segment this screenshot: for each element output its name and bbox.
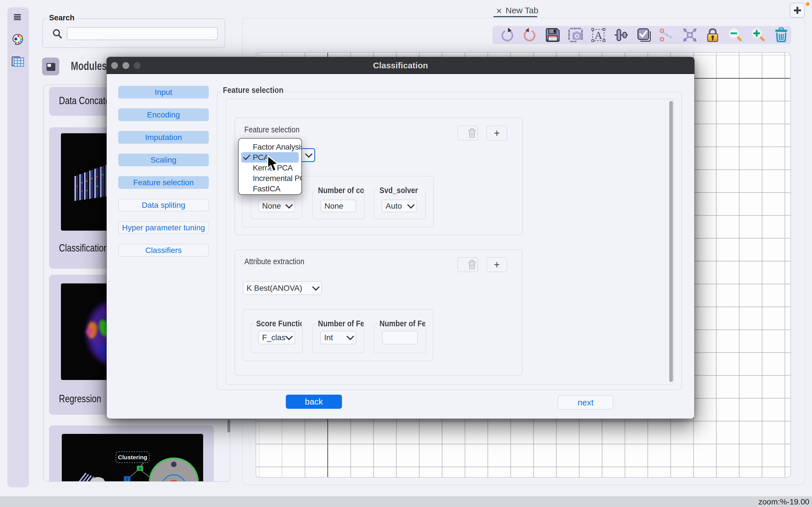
- svg-text:Clustering: Clustering: [118, 454, 147, 460]
- svg-text:3: 3: [126, 477, 128, 481]
- svg-text:4: 4: [139, 466, 141, 471]
- svg-text:A: A: [595, 30, 602, 41]
